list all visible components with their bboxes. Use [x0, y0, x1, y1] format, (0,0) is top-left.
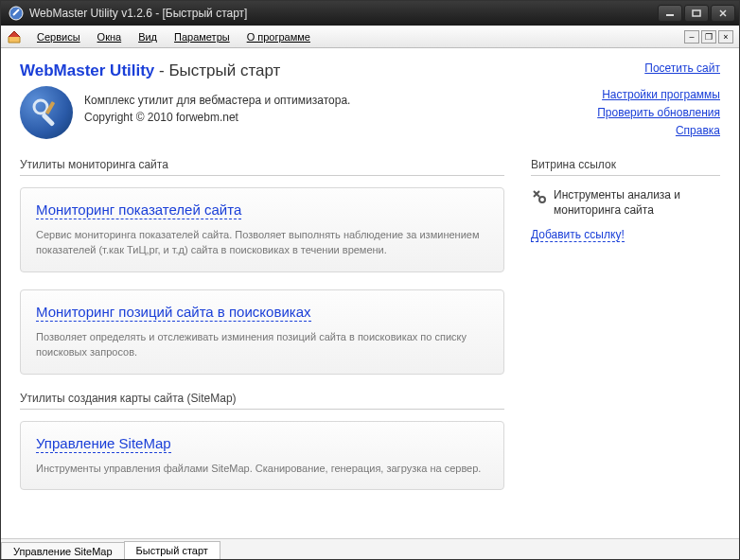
- section-showcase-title: Витрина ссылок: [531, 158, 720, 176]
- menu-about[interactable]: О программе: [239, 28, 318, 45]
- mdi-minimize-button[interactable]: –: [684, 30, 699, 44]
- content-area: WebMaster Utility - Быстрый старт Посети…: [1, 48, 739, 538]
- menu-params[interactable]: Параметры: [167, 28, 238, 45]
- add-link[interactable]: Добавить ссылку!: [531, 228, 625, 242]
- menubar: Сервисы Окна Вид Параметры О программе –…: [1, 26, 739, 48]
- card-positions-link[interactable]: Мониторинг позиций сайта в поисковиках: [36, 304, 311, 322]
- menu-view[interactable]: Вид: [131, 28, 165, 45]
- card-sitemap-link[interactable]: Управление SiteMap: [36, 435, 171, 453]
- mdi-close-button[interactable]: ×: [718, 30, 733, 44]
- section-sitemap-title: Утилиты создания карты сайта (SiteMap): [20, 392, 504, 410]
- menu-services[interactable]: Сервисы: [29, 28, 88, 45]
- visit-site-link[interactable]: Посетить сайт: [644, 61, 720, 75]
- window-title: WebMaster Utility v1.2.6 - [Быстрый стар…: [29, 7, 656, 20]
- mdi-controls: – ❐ ×: [684, 30, 733, 44]
- card-site-metrics: Мониторинг показателей сайта Сервис мони…: [20, 187, 504, 272]
- tab-sitemap[interactable]: Управление SiteMap: [1, 542, 125, 560]
- showcase-item[interactable]: Инструменты анализа и мониторинга сайта: [531, 187, 720, 219]
- page-title: WebMaster Utility - Быстрый старт: [20, 61, 280, 80]
- tab-quickstart[interactable]: Быстрый старт: [124, 541, 220, 560]
- app-icon: [9, 6, 24, 21]
- menu-windows[interactable]: Окна: [90, 28, 130, 45]
- card-positions-desc: Позволяет определять и отслеживать измин…: [36, 329, 488, 360]
- home-icon[interactable]: [7, 29, 22, 44]
- mdi-restore-button[interactable]: ❐: [701, 30, 716, 44]
- settings-link[interactable]: Настройки программы: [597, 86, 720, 104]
- titlebar: WebMaster Utility v1.2.6 - [Быстрый стар…: [1, 1, 739, 26]
- svg-rect-4: [41, 113, 55, 127]
- updates-link[interactable]: Проверить обновления: [597, 104, 720, 122]
- window-controls: [656, 5, 735, 22]
- svg-point-3: [34, 100, 47, 114]
- svg-rect-2: [693, 10, 700, 16]
- card-site-metrics-link[interactable]: Мониторинг показателей сайта: [36, 201, 241, 219]
- intro-text: Комплекс утилит для вебмастера и оптимиз…: [84, 86, 350, 126]
- card-sitemap: Управление SiteMap Инструменты управлени…: [20, 421, 504, 491]
- card-site-metrics-desc: Сервис мониторинга показателей сайта. По…: [36, 227, 488, 258]
- tools-icon: [531, 188, 546, 208]
- bottom-tabs: Управление SiteMap Быстрый старт: [1, 538, 739, 559]
- card-sitemap-desc: Инструменты управления файлами SiteMap. …: [36, 461, 488, 477]
- section-monitoring-title: Утилиты мониторинга сайта: [20, 158, 504, 176]
- app-logo: [20, 86, 73, 139]
- maximize-button[interactable]: [684, 5, 709, 22]
- help-link[interactable]: Справка: [597, 122, 720, 140]
- svg-point-6: [539, 197, 545, 202]
- minimize-button[interactable]: [658, 5, 682, 22]
- quick-links: Настройки программы Проверить обновления…: [597, 86, 720, 141]
- card-positions: Мониторинг позиций сайта в поисковиках П…: [20, 289, 504, 375]
- close-button[interactable]: [711, 5, 735, 22]
